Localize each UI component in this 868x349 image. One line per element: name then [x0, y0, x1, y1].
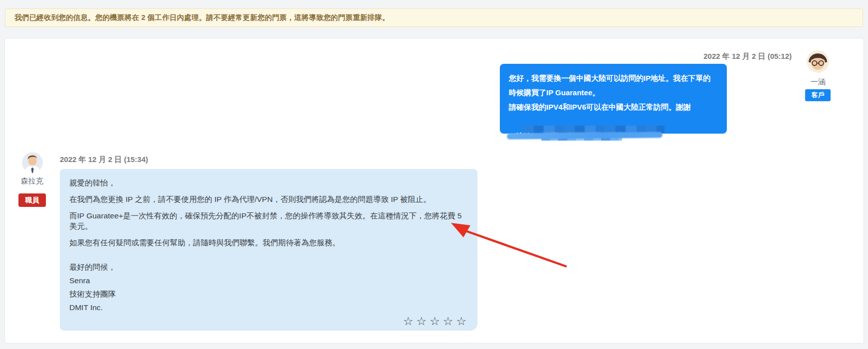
ticket-page: 我們已經收到您的信息。您的機票將在 2 個工作日內處理。請不要經常更新您的門票，… — [0, 0, 868, 349]
signature-line: DMIT Inc. — [69, 301, 467, 314]
customer-role-badge: 客戶 — [805, 89, 831, 101]
customer-message-date: 2022 年 12 月 2 日 (05:12) — [703, 52, 792, 61]
customer-message-line: 您好，我需要換一個中國大陸可以訪問的IP地址。我在下單的時候購買了IP Guar… — [509, 71, 718, 100]
customer-name: 一涵 — [798, 77, 838, 87]
staff-role-badge: 職員 — [18, 193, 46, 207]
staff-message-date: 2022 年 12 月 2 日 (15:34) — [60, 155, 148, 165]
staff-avatar-illustration — [22, 152, 43, 173]
alert-text: 我們已經收到您的信息。您的機票將在 2 個工作日內處理。請不要經常更新您的門票，… — [14, 13, 390, 22]
signature-line: 最好的問候， — [69, 260, 467, 274]
rating-star-icon[interactable]: ☆ — [443, 315, 456, 328]
customer-avatar — [807, 50, 829, 73]
staff-message-bubble: 親愛的韓怡， 在我們為您更換 IP 之前，請不要使用您的 IP 作為代理/VPN… — [60, 169, 477, 331]
staff-signature: 最好的問候， Senra 技術支持團隊 DMIT Inc. — [69, 260, 467, 314]
staff-paragraph: 在我們為您更換 IP 之前，請不要使用您的 IP 作為代理/VPN，否則我們將認… — [69, 194, 467, 204]
customer-avatar-illustration — [807, 50, 829, 73]
rating-star-icon[interactable]: ☆ — [417, 315, 430, 328]
staff-paragraph: 如果您有任何疑問或需要任何幫助，請隨時與我們聯繫。我們期待著為您服務。 — [69, 237, 467, 248]
rating-stars[interactable]: ☆☆☆☆☆ — [403, 315, 469, 328]
customer-message-line: 請確保我的IPV4和IPV6可以在中國大陸正常訪問。謝謝 — [509, 100, 718, 114]
staff-name: 森拉克 — [12, 176, 52, 186]
rating-star-icon[interactable]: ☆ — [456, 315, 469, 328]
rating-star-icon[interactable]: ☆ — [403, 315, 417, 328]
staff-paragraph: 親愛的韓怡， — [69, 177, 467, 188]
signature-line: Senra — [69, 274, 467, 287]
status-alert-banner: 我們已經收到您的信息。您的機票將在 2 個工作日內處理。請不要經常更新您的門票，… — [5, 8, 863, 27]
staff-avatar — [22, 152, 43, 173]
rating-star-icon[interactable]: ☆ — [430, 315, 443, 328]
signature-line: 技術支持團隊 — [69, 287, 467, 301]
customer-message-bubble: 您好，我需要換一個中國大陸可以訪問的IP地址。我在下單的時候購買了IP Guar… — [500, 64, 727, 134]
staff-paragraph: 而IP Guaratee+是一次性有效的，確保預先分配的IP不被封禁，您的操作將… — [69, 210, 467, 231]
